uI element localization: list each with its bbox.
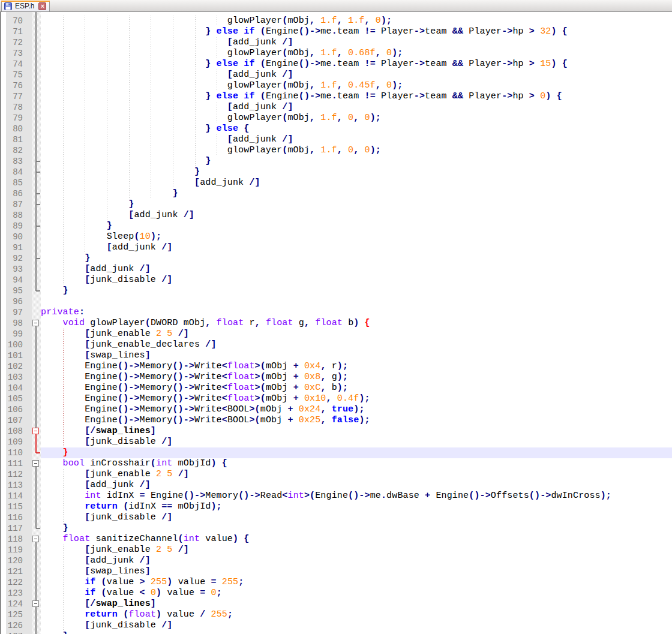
code-line[interactable]: 83 } [0,156,672,167]
code-line[interactable]: 82 glowPlayer(mObj, 1.f, 0, 0); [0,145,672,156]
code-line[interactable]: 73 glowPlayer(mObj, 1.f, 0.68f, 0); [0,48,672,59]
fold-line [35,550,37,555]
code-line[interactable]: 117 } [0,523,672,534]
fold-line [35,350,37,356]
minus-glyph [34,463,37,464]
line-number: 108 [0,426,23,437]
code-line[interactable]: 111 bool inCrosshair(int mObjId) { [0,458,672,469]
code-line[interactable]: 103 Engine()->Memory()->Write<float>(mOb… [0,372,672,383]
code-line[interactable]: 113 [add_junk /] [0,480,672,491]
code-line[interactable]: 72 [add_junk /] [0,37,672,48]
code-line[interactable]: 88 [add_junk /] [0,210,672,221]
fold-collapse-icon[interactable] [32,320,39,326]
code-line[interactable]: 106 Engine()->Memory()->Write<BOOL>(mObj… [0,404,672,415]
fold-collapse-icon[interactable] [32,460,39,467]
code-line[interactable]: 85 [add_junk /] [0,178,672,188]
code-line[interactable]: 107 Engine()->Memory()->Write<BOOL>(mObj… [0,415,672,426]
code-line[interactable]: 75 [add_junk /] [0,70,672,80]
code-text: [junk_disable /] [41,275,172,286]
code-line[interactable]: 104 Engine()->Memory()->Write<float>(mOb… [0,383,672,393]
line-number: 107 [0,415,23,426]
code-line[interactable]: 86 } [0,188,672,199]
line-number: 99 [0,329,23,339]
line-number: 75 [0,70,23,80]
code-line[interactable]: 99 [junk_enable 2 5 /] [0,329,672,339]
code-line[interactable]: 95 } [0,286,672,296]
code-line[interactable]: 108 [/swap_lines] [0,426,672,437]
code-line[interactable]: 79 glowPlayer(mObj, 1.f, 0, 0); [0,113,672,124]
code-line[interactable]: 112 [junk_enable 2 5 /] [0,469,672,480]
code-line[interactable]: 120 [add_junk /] [0,555,672,566]
code-line[interactable]: 89 } [0,221,672,232]
fold-line [35,26,37,32]
code-line[interactable]: 76 glowPlayer(mObj, 1.f, 0.45f, 0); [0,80,672,91]
fold-collapse-icon[interactable] [32,536,39,542]
code-text: [add_junk /] [41,555,151,566]
code-line[interactable]: 127 } [0,631,672,634]
code-line[interactable]: 81 [add_junk /] [0,134,672,145]
line-number: 85 [0,178,23,188]
code-line[interactable]: 74 } else if (Engine()->me.team != Playe… [0,59,672,70]
fold-line [35,134,37,140]
code-line[interactable]: 118 float sanitizeChannel(int value) { [0,534,672,545]
code-line[interactable]: 115 return (idInX == mObjId); [0,501,672,512]
code-line[interactable]: 97private: [0,307,672,318]
fold-line [35,404,37,410]
code-line[interactable]: 109 [junk_disable /] [0,437,672,447]
code-line[interactable]: 92 } [0,253,672,264]
close-tab-icon[interactable]: × [38,2,46,10]
code-text: if (value > 255) value = 255; [41,577,244,588]
tab-esp-h[interactable]: ESP.h × [1,1,50,11]
code-line[interactable]: 122 if (value > 255) value = 255; [0,577,672,588]
fold-line [35,507,37,512]
code-line[interactable]: 125 return (float) value / 255; [0,609,672,620]
fold-line [35,172,37,178]
code-line[interactable]: 71 } else if (Engine()->me.team != Playe… [0,26,672,37]
code-text: Engine()->Memory()->Write<float>(mObj + … [41,393,370,404]
code-line[interactable]: 80 } else { [0,124,672,134]
editor-area[interactable]: 70 glowPlayer(mObj, 1.f, 1.f, 0);71 } el… [0,12,672,634]
fold-line [35,280,37,286]
fold-line [35,53,37,59]
code-line[interactable]: 102 Engine()->Memory()->Write<float>(mOb… [0,361,672,372]
fold-line [35,43,37,48]
code-line[interactable]: 96 [0,296,672,307]
fold-line [35,572,37,577]
fold-line [35,366,37,372]
code-line[interactable]: 78 [add_junk /] [0,102,672,113]
code-line[interactable]: 124 [/swap_lines] [0,599,672,609]
fold-collapse-icon[interactable] [32,428,39,434]
line-number: 118 [0,534,23,545]
code-text: float sanitizeChannel(int value) { [41,534,249,545]
code-line[interactable]: 77 } else if (Engine()->me.team != Playe… [0,91,672,102]
code-line[interactable]: 121 [swap_lines] [0,566,672,577]
line-number: 114 [0,491,23,501]
code-text: glowPlayer(mObj, 1.f, 0, 0); [41,145,381,156]
code-line[interactable]: 114 int idInX = Engine()->Memory()->Read… [0,491,672,501]
code-line[interactable]: 87 } [0,199,672,210]
fold-line [35,609,37,615]
fold-end-tick [36,290,40,292]
code-line[interactable]: 119 [junk_enable 2 5 /] [0,545,672,555]
code-line[interactable]: 98 void glowPlayer(DWORD mObj, float r, … [0,318,672,329]
code-line[interactable]: 70 glowPlayer(mObj, 1.f, 1.f, 0); [0,16,672,26]
fold-collapse-icon[interactable] [32,600,39,607]
code-line[interactable]: 93 [add_junk /] [0,264,672,275]
code-line[interactable]: 84 } [0,167,672,178]
minus-glyph [34,539,37,539]
code-line[interactable]: 90 Sleep(10); [0,232,672,242]
code-line[interactable]: 110 } [0,447,672,458]
fold-line [35,620,37,626]
code-text: [/swap_lines] [41,599,156,609]
code-line[interactable]: 105 Engine()->Memory()->Write<float>(mOb… [0,393,672,404]
code-line[interactable]: 123 if (value < 0) value = 0; [0,588,672,599]
fold-line [35,80,37,86]
code-line[interactable]: 100 [junk_enable_declares /] [0,339,672,350]
code-line[interactable]: 91 [add_junk /] [0,242,672,253]
code-line[interactable]: 94 [junk_disable /] [0,275,672,286]
code-line[interactable]: 101 [swap_lines] [0,350,672,361]
code-line[interactable]: 126 [junk_disable /] [0,620,672,631]
fold-line [35,356,37,361]
code-line[interactable]: 116 [junk_disable /] [0,512,672,523]
fold-line [35,269,37,275]
